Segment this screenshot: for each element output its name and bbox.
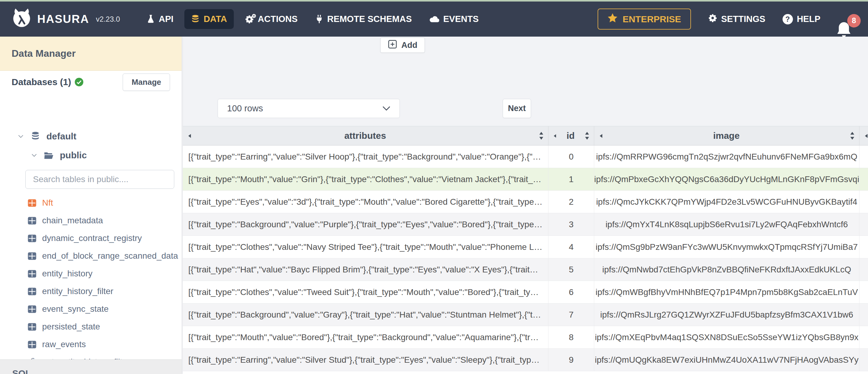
nav-label: API (159, 14, 173, 24)
cell-image: ipfs://QmXEqPbvM4aq1SQSXN8DSuEcSo5SseYW1… (594, 326, 860, 348)
table-row[interactable]: [{"trait_type":"Clothes","value":"Navy S… (183, 236, 868, 258)
sidebar-header: Data Manager (0, 37, 182, 71)
tree-node-public[interactable]: public (31, 150, 87, 160)
bell-icon: 8 (835, 21, 857, 45)
cell-id: 1 (549, 168, 594, 190)
sidebar-item-persisted_state[interactable]: persisted_state (27, 318, 180, 336)
cell-attributes: [{"trait_type":"Earring","value":"Silver… (183, 146, 549, 168)
notifications-button[interactable]: 8 (837, 8, 854, 30)
sort-icon[interactable] (585, 131, 590, 140)
table-row[interactable]: [{"trait_type":"Mouth","value":"Bored"},… (183, 326, 868, 349)
tree-node-label: public (60, 150, 87, 160)
sort-icon[interactable] (850, 131, 855, 140)
cell-extra (860, 191, 868, 213)
table-icon (27, 305, 37, 313)
cell-extra (860, 349, 868, 371)
cell-extra (860, 281, 868, 303)
table-icon (27, 234, 37, 243)
table-row[interactable]: [{"trait_type":"Earring","value":"Silver… (183, 146, 868, 168)
enterprise-label: ENTERPRISE (623, 14, 681, 24)
sidebar: Data Manager Databases (1) Manage defaul… (0, 37, 182, 374)
column-header-id[interactable]: id (549, 126, 594, 145)
sidebar-item-dynamic_contract_registry[interactable]: dynamic_contract_registry (27, 229, 180, 247)
hasura-logo[interactable]: HASURA v2.23.0 (11, 8, 120, 31)
manage-button[interactable]: Manage (123, 73, 170, 91)
sidebar-item-entity_history_filter[interactable]: entity_history_filter (27, 282, 180, 300)
nav-item-remote-schemas[interactable]: REMOTE SCHEMAS (309, 9, 418, 29)
brand-name: HASURA (37, 13, 89, 26)
sidebar-footer[interactable]: SQL (0, 360, 182, 374)
sidebar-item-chain_metadata[interactable]: chain_metadata (27, 212, 180, 229)
page-title: Data Manager (11, 48, 76, 59)
plug-icon (315, 14, 323, 24)
search-input[interactable] (25, 170, 174, 189)
cell-attributes: [{"trait_type":"Clothes","value":"Tweed … (183, 281, 549, 303)
sidebar-item-entity_history[interactable]: entity_history (27, 265, 180, 282)
column-header-image[interactable]: image (594, 126, 860, 145)
cell-id: 0 (549, 146, 594, 168)
table-row[interactable]: [{"trait_type":"Clothes","value":"Tweed … (183, 281, 868, 304)
collapse-column-icon[interactable] (187, 133, 192, 138)
sidebar-item-end_of_block_range_scanned_data[interactable]: end_of_block_range_scanned_data (27, 247, 180, 265)
flask-icon (147, 14, 155, 24)
tree-node-default[interactable]: default (17, 131, 76, 142)
help-button[interactable]: ? HELP (782, 14, 820, 24)
chevron-down-icon[interactable] (17, 133, 24, 140)
plus-square-icon (388, 40, 397, 51)
cloud-icon (429, 15, 439, 23)
settings-button[interactable]: SETTINGS (708, 13, 766, 25)
version-label: v2.23.0 (96, 15, 120, 24)
nav-item-events[interactable]: EVENTS (423, 9, 485, 29)
cell-attributes: [{"trait_type":"Background","value":"Gra… (183, 304, 549, 326)
data-grid: attributes id image (183, 126, 868, 374)
nav-item-data[interactable]: DATA (184, 9, 234, 29)
nav-item-api[interactable]: API (140, 9, 180, 29)
column-label: id (557, 131, 585, 141)
cell-attributes: [{"trait_type":"Eyes","value":"3d"},{"tr… (183, 191, 549, 213)
cell-image: ipfs://QmPbxeGcXhYQQNgsC6a36dDyYUcHgMLnG… (594, 168, 860, 190)
add-row-label: Add (401, 40, 417, 50)
sidebar-item-event_sync_state[interactable]: event_sync_state (27, 300, 180, 318)
chevron-down-icon[interactable] (31, 152, 38, 159)
tree-node-label: default (46, 131, 76, 142)
cell-id: 9 (549, 349, 594, 371)
sidebar-item-Nft[interactable]: Nft (27, 194, 180, 212)
cell-id: 4 (549, 236, 594, 258)
add-row-button[interactable]: Add (380, 37, 425, 53)
databases-label: Databases (1) (11, 77, 71, 87)
enterprise-button[interactable]: ENTERPRISE (597, 8, 691, 30)
settings-label: SETTINGS (721, 14, 766, 24)
table-row[interactable]: [{"trait_type":"Background","value":"Pur… (183, 213, 868, 236)
table-name: event_sync_state (42, 304, 108, 314)
collapse-column-icon[interactable] (598, 133, 603, 138)
nav-label: ACTIONS (258, 14, 298, 24)
database-icon (191, 14, 199, 24)
collapse-column-icon[interactable] (553, 134, 557, 138)
rows-per-page-select[interactable]: 100 rows (218, 99, 400, 118)
cell-image: ipfs://QmUQgKka8EW7exiUHnMwZ4UoXA11wV7NF… (594, 349, 860, 371)
column-header-attributes[interactable]: attributes (183, 126, 549, 145)
table-icon (27, 340, 37, 349)
table-row[interactable]: [{"trait_type":"Background","value":"Gra… (183, 304, 868, 326)
table-row[interactable]: [{"trait_type":"Hat","value":"Bayc Flipp… (183, 258, 868, 281)
column-header-partial[interactable] (860, 126, 868, 145)
sidebar-item-raw_events[interactable]: raw_events (27, 336, 180, 353)
cell-extra (860, 304, 868, 326)
cell-attributes: [{"trait_type":"Mouth","value":"Bored"},… (183, 326, 549, 348)
cell-extra (860, 168, 868, 190)
cell-image: ipfs://QmcJYkCKK7QPmYWjp4FD2e3Lv5WCGFuHN… (594, 191, 860, 213)
data-grid-body: [{"trait_type":"Earring","value":"Silver… (183, 146, 868, 374)
gear-icon (708, 13, 717, 25)
table-row[interactable]: [{"trait_type":"Earring","value":"Silver… (183, 349, 868, 371)
nav-item-actions[interactable]: ACTIONS (238, 9, 305, 29)
table-icon (27, 287, 37, 295)
collapse-column-icon[interactable] (864, 133, 868, 138)
main-nav: API DATA ACTIONS REMOTE SCHEMAS EVE (140, 9, 485, 29)
sort-icon[interactable] (539, 131, 544, 140)
next-page-button[interactable]: Next (503, 99, 531, 118)
cell-image: ipfs://QmRsJLrg27GQ1ZWyrXZFuJFdU5bapfzsy… (594, 304, 860, 326)
table-name: chain_metadata (42, 216, 103, 225)
table-icon (27, 323, 37, 331)
table-row[interactable]: [{"trait_type":"Eyes","value":"3d"},{"tr… (183, 191, 868, 213)
table-row[interactable]: [{"trait_type":"Mouth","value":"Grin"},{… (183, 168, 868, 191)
